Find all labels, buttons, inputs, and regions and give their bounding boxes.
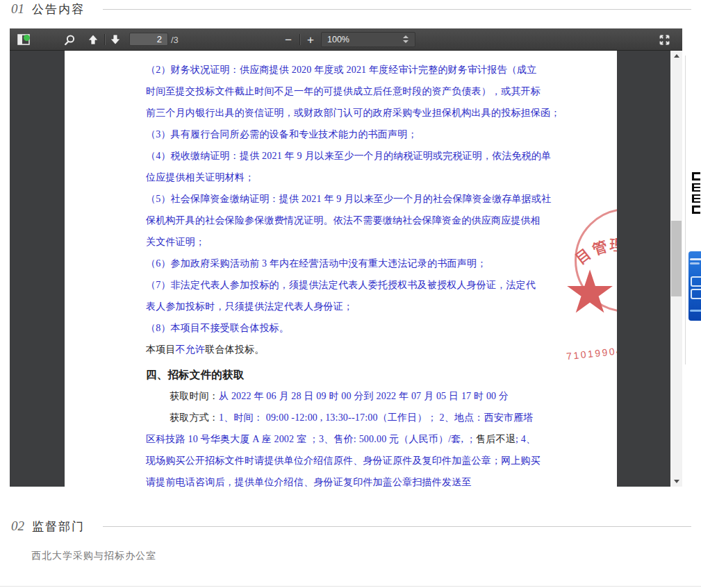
section-title-supervision: 监督部门 (32, 519, 85, 535)
pdf-content-area: （2）财务状况证明：供应商提供 2020 年度或 2021 年度经审计完整的财务… (10, 51, 682, 487)
document-line: 位应提供相关证明材料； (146, 167, 539, 188)
page-up-icon (88, 34, 99, 45)
page-count-label: /3 (171, 35, 179, 45)
document-line: 本项目不允许联合体投标。 (146, 339, 539, 360)
zoom-level-select[interactable]: 100% (321, 32, 415, 47)
search-button[interactable] (61, 31, 78, 48)
section-divider (103, 9, 691, 10)
supervision-department-text: 西北大学采购与招标办公室 (31, 550, 156, 562)
banner-decoration (691, 289, 701, 299)
document-line: （2）财务状况证明：供应商提供 2020 年度或 2021 年度经审计完整的财务… (146, 59, 539, 81)
scroll-up-button[interactable] (670, 51, 682, 61)
pdf-scrollbar[interactable] (670, 51, 682, 487)
select-arrows-icon (403, 35, 409, 43)
document-line: 表人参加投标时，只须提供法定代表人身份证； (146, 296, 539, 317)
document-line: 关文件证明； (146, 231, 539, 253)
zoom-out-icon: − (285, 34, 292, 46)
document-line: 现场购买公开招标文件时请提供单位介绍信原件、身份证原件及复印件加盖公章；网上购买 (146, 450, 539, 471)
next-page-button[interactable] (107, 31, 124, 48)
pdf-toolbar: /3 − + 100% (10, 28, 682, 51)
stamp-arc-char: 目 (572, 244, 595, 269)
scrollbar-thumb[interactable] (671, 221, 682, 296)
search-icon (64, 34, 76, 46)
zoom-in-button[interactable]: + (302, 31, 319, 48)
zoom-in-icon: + (307, 34, 314, 46)
section-divider (103, 526, 691, 527)
section-header-announcement: 01 公告内容 (11, 1, 691, 17)
toolbar-separator (299, 34, 300, 45)
banner-decoration (690, 310, 701, 312)
document-line: 请提前电话咨询后，提供单位介绍信、身份证复印件加盖公章扫描件发送至 (146, 471, 539, 487)
stamp-arc-char: 理 (610, 235, 617, 255)
document-line: 获取时间：从 2022 年 06 月 28 日 09 时 00 分到 2022 … (146, 385, 539, 407)
document-line: 区科技路 10 号华奥大厦 A 座 2002 室 ；3、售价: 500.00 元… (146, 428, 539, 450)
fullscreen-button[interactable] (656, 31, 673, 48)
pdf-page: （2）财务状况证明：供应商提供 2020 年度或 2021 年度经审计完整的财务… (65, 51, 617, 487)
scroll-up-icon (674, 54, 679, 58)
stamp-circle (575, 208, 617, 312)
document-line: （3）具有履行合同所必需的设备和专业技术能力的书面声明； (146, 124, 539, 145)
previous-page-button[interactable] (85, 31, 101, 48)
clipped-text-fragment (692, 172, 700, 180)
section-header-supervision: 02 监督部门 (11, 518, 691, 535)
stamp-serial-number: 71019904 (566, 345, 617, 362)
side-banner-button[interactable] (688, 251, 701, 321)
section-number: 01 (11, 1, 24, 17)
document-line: 前三个月内银行出具的资信证明，或财政部门认可的政府采购专业担保机构出具的投标担保… (146, 102, 539, 124)
document-heading: 四、招标文件的获取 (146, 364, 539, 385)
document-line: （6）参加政府采购活动前 3 年内在经营活动中没有重大违法记录的书面声明； (146, 253, 539, 274)
banner-decoration (690, 262, 700, 264)
section-number: 02 (11, 519, 24, 534)
star-icon: ★ (566, 266, 613, 319)
official-stamp: ★ 目 管 理 71019904 (550, 190, 617, 335)
scroll-down-icon (674, 480, 679, 483)
zoom-level-value: 100% (327, 35, 349, 44)
document-line: 时间至提交投标文件截止时间不足一年的可提供成立后任意时段的资产负债表），或其开标 (146, 81, 539, 102)
document-line: （4）税收缴纳证明：提供 2021 年 9 月以来至少一个月的纳税证明或完税证明… (146, 145, 539, 167)
stamp-arc-char: 管 (590, 237, 609, 260)
document-line: （7）非法定代表人参加投标的，须提供法定代表人委托授权书及被授权人身份证，法定代 (146, 274, 539, 296)
fullscreen-icon (659, 34, 670, 46)
banner-decoration (691, 276, 701, 287)
page-down-icon (110, 34, 121, 45)
zoom-out-button[interactable]: − (280, 31, 297, 48)
document-text: （2）财务状况证明：供应商提供 2020 年度或 2021 年度经审计完整的财务… (146, 59, 539, 487)
document-line: （5）社会保障资金缴纳证明：提供 2021 年 9 月以来至少一个月的社会保障资… (146, 188, 539, 210)
document-line: （8）本项目不接受联合体投标。 (146, 317, 539, 339)
pdf-viewer: /3 − + 100% （2）财务 (10, 28, 682, 487)
clipped-vertical-text (692, 172, 700, 214)
section-title-announcement: 公告内容 (32, 1, 85, 17)
document-line: 获取方式：1、时间： 09:00 -12:00 , 13:30--17:00（工… (146, 407, 539, 428)
bottom-divider (0, 586, 701, 587)
sidebar-toggle-button[interactable] (15, 31, 32, 48)
side-floating-panel (685, 56, 701, 364)
clipped-text-fragment (692, 194, 700, 203)
page-number-input[interactable] (129, 33, 168, 46)
banner-decoration (690, 258, 701, 260)
toolbar-separator (104, 34, 105, 45)
document-line: 保机构开具的社会保险参保缴费情况证明。依法不需要缴纳社会保障资金的供应商应提供相 (146, 210, 539, 231)
clipped-text-fragment (692, 183, 700, 192)
scroll-down-button[interactable] (670, 476, 682, 487)
status-dot-icon (24, 35, 30, 41)
clipped-text-fragment (692, 205, 700, 214)
